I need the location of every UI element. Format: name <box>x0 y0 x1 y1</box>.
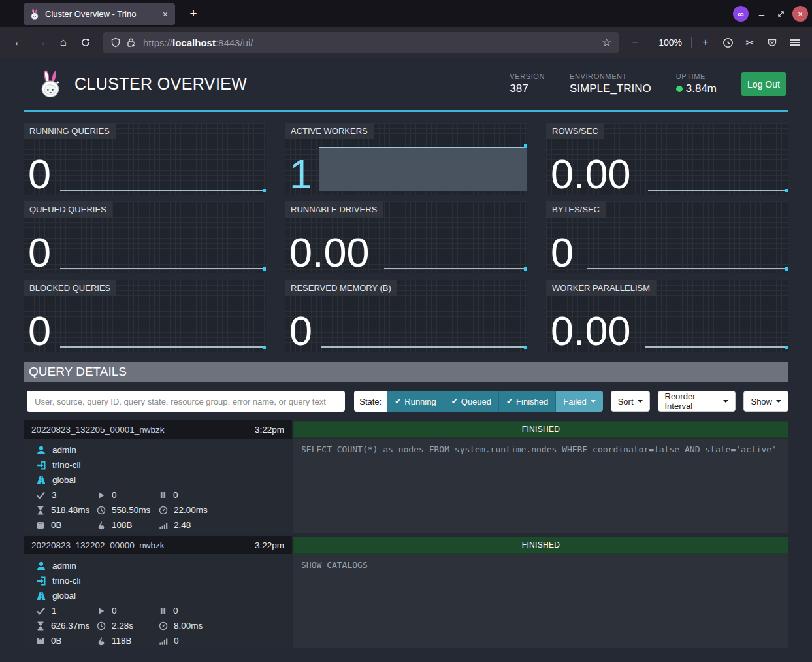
check-icon: ✔ <box>395 397 401 406</box>
cumulative-memory: 118B <box>112 636 132 646</box>
lock-warning-icon[interactable] <box>126 37 137 48</box>
running-splits: 0 <box>112 606 117 616</box>
url-bar[interactable]: https://localhost:8443/ui/ ☆ <box>103 32 619 53</box>
stat-value: 0 <box>28 312 51 351</box>
stat-card-blocked-queries: BLOCKED QUERIES 0 <box>24 280 266 352</box>
filter-failed-dropdown[interactable]: Failed <box>555 391 602 412</box>
version-value: 387 <box>510 82 545 95</box>
stat-label: QUEUED QUERIES <box>24 201 112 218</box>
queued-splits-cell: 0 <box>159 488 292 503</box>
zoom-in-button[interactable]: + <box>694 32 717 53</box>
current-memory-cell: 0B <box>36 633 97 648</box>
queued-splits: 0 <box>173 490 178 500</box>
caret-down-icon <box>776 400 781 403</box>
completed-splits-icon <box>36 606 46 616</box>
url-host: localhost <box>172 37 216 48</box>
header-accent-rule <box>24 110 788 112</box>
trino-page: CLUSTER OVERVIEW VERSION 387 ENVIRONMENT… <box>0 58 812 662</box>
reorder-interval-dropdown[interactable]: Reorder Interval <box>658 391 736 412</box>
bookmark-star-icon[interactable]: ☆ <box>602 36 611 50</box>
resource-group-icon <box>36 475 46 486</box>
filter-finished-button[interactable]: ✔ Finished <box>498 391 555 412</box>
query-id-link[interactable]: 20220823_132202_00000_nwbzk <box>31 540 164 550</box>
browser-tab[interactable]: Cluster Overview - Trino × <box>24 3 175 25</box>
stat-label: BLOCKED QUERIES <box>24 280 116 296</box>
pocket-button[interactable] <box>761 32 783 53</box>
browser-toolbar: ← → ⌂ https://localhost:8443/ui/ ☆ − 100… <box>0 27 812 58</box>
wall-time-cell: 518.48ms <box>36 503 97 518</box>
tab-close-icon[interactable]: × <box>161 9 169 20</box>
trino-logo-icon <box>38 69 63 99</box>
window-minimize-button[interactable]: – <box>754 6 770 22</box>
elapsed-time-cell: 2.28s <box>97 618 159 633</box>
sparkline-dot <box>524 144 527 148</box>
filter-label: Finished <box>516 397 548 406</box>
query-memory-row: 0B 118B 0 <box>24 633 292 648</box>
stat-value: 0 <box>28 233 51 273</box>
stat-card-queued-queries: QUEUED QUERIES 0 <box>24 201 266 273</box>
pocket-icon <box>767 37 777 48</box>
cumulative-memory-cell: 108B <box>97 518 159 533</box>
elapsed-time: 558.50ms <box>112 505 150 515</box>
stat-card-running-queries: RUNNING QUERIES 0 <box>24 123 266 195</box>
url-text[interactable]: https://localhost:8443/ui/ <box>143 37 602 48</box>
sparkline-dot <box>263 189 266 192</box>
resource-group-icon <box>36 591 46 601</box>
zoom-out-button[interactable]: − <box>624 32 646 53</box>
elapsed-time: 2.28s <box>112 621 133 631</box>
cpu-time-icon <box>159 506 168 515</box>
rows-per-sec-icon <box>159 521 168 530</box>
wall-time: 626.37ms <box>51 621 89 631</box>
screenshot-button[interactable]: ✂ <box>739 32 761 53</box>
completed-splits: 1 <box>52 606 57 616</box>
show-dropdown[interactable]: Show <box>743 391 788 412</box>
back-button[interactable]: ← <box>8 32 30 53</box>
cumulative-memory-icon <box>97 637 106 646</box>
sort-dropdown[interactable]: Sort <box>611 391 650 412</box>
stat-label: WORKER PARALLELISM <box>546 280 656 296</box>
query-row: 20220823_132202_00000_nwbzk 3:22pm FINIS… <box>24 536 788 648</box>
divider <box>649 37 649 48</box>
queued-splits-icon <box>159 491 167 499</box>
sparkline <box>645 346 787 348</box>
stat-value: 0 <box>289 312 312 351</box>
filter-queued-button[interactable]: ✔ Queued <box>444 391 498 412</box>
current-memory: 0B <box>51 520 62 530</box>
query-resource-group: global <box>52 475 76 485</box>
query-times-row: 626.37ms 2.28s 8.00ms <box>24 618 292 633</box>
sparkline-dot <box>524 346 527 349</box>
reload-button[interactable] <box>74 32 97 53</box>
tracking-shield-icon[interactable] <box>110 37 121 48</box>
wall-time-icon <box>36 621 45 631</box>
stat-value: 0.00 <box>289 233 370 273</box>
history-button[interactable] <box>717 32 739 53</box>
query-sql-text: SHOW CATALOGS <box>293 554 788 648</box>
stat-cards-grid: RUNNING QUERIES 0 ACTIVE WORKERS 1 ROWS/… <box>24 123 788 352</box>
stat-value: 0 <box>28 155 51 194</box>
user-icon <box>36 445 46 455</box>
version-block: VERSION 387 <box>510 73 545 95</box>
query-memory-row: 0B 108B 2.48 <box>24 518 292 533</box>
window-maximize-button[interactable] <box>773 6 788 22</box>
check-icon: ✔ <box>451 397 458 406</box>
sparkline-dot <box>263 267 266 271</box>
zoom-level[interactable]: 100% <box>652 37 689 48</box>
running-splits-icon <box>97 491 106 500</box>
window-close-button[interactable]: × <box>792 6 808 22</box>
cpu-time: 22.00ms <box>174 505 208 515</box>
home-button[interactable]: ⌂ <box>52 32 74 53</box>
rows-per-sec-cell: 2.48 <box>159 518 292 533</box>
sort-label: Sort <box>618 397 634 406</box>
browser-tab-bar: Cluster Overview - Trino × + ∞ – × <box>0 0 812 27</box>
query-id-link[interactable]: 20220823_132205_00001_nwbzk <box>31 425 164 435</box>
logout-button[interactable]: Log Out <box>741 72 786 96</box>
environment-label: ENVIRONMENT <box>570 73 651 80</box>
wall-time-cell: 626.37ms <box>36 618 97 633</box>
version-label: VERSION <box>510 73 545 80</box>
new-tab-button[interactable]: + <box>184 5 203 23</box>
query-resource-group: global <box>52 591 76 601</box>
menu-button[interactable] <box>783 32 805 53</box>
query-source: trino-cli <box>52 460 81 470</box>
query-search-input[interactable] <box>27 391 345 412</box>
filter-running-button[interactable]: ✔ Running <box>387 391 444 412</box>
